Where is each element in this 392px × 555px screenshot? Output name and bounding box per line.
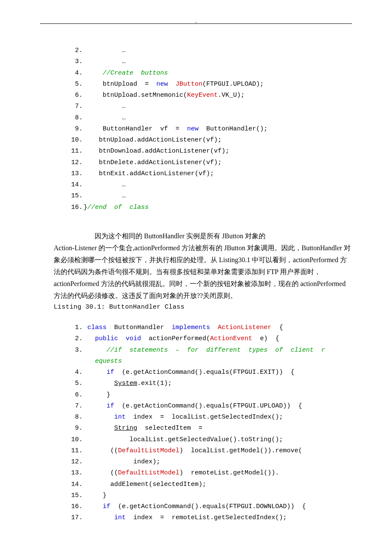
line-content: …: [84, 191, 126, 202]
line-number: 6.: [68, 390, 84, 401]
para-line-2: Action-Listener 的一个集合,actionPerformed 方法…: [54, 242, 352, 302]
line-content: ((DefaultListModel) remoteList.getModel(…: [84, 468, 279, 479]
code-line: 8. int index = localList.getSelectedInde…: [68, 412, 352, 423]
line-number: 7.: [68, 401, 84, 412]
line-content: public void actionPerformed(ActionEvent …: [84, 333, 279, 344]
line-content: //Create buttons: [84, 68, 168, 79]
code-line: 6. }: [68, 390, 352, 401]
line-number: 5.: [68, 378, 84, 389]
code-line: 5. btnUpload = new JButton(FTPGUI.UPLOAD…: [68, 79, 352, 90]
line-number: 3.: [68, 345, 84, 356]
line-number: 11.: [68, 146, 84, 157]
code-line: 9. ButtonHandler vf = new ButtonHandler(…: [68, 124, 352, 135]
line-number: 8.: [68, 412, 84, 423]
line-number: [68, 356, 84, 367]
line-content: addElement(selectedItem);: [84, 479, 206, 490]
line-number: 11.: [68, 445, 84, 457]
line-number: 5.: [68, 79, 84, 90]
code-line: 11. btnDownload.addActionListener(vf);: [68, 146, 352, 157]
line-content: …: [84, 179, 126, 191]
line-content: }//end of class: [84, 202, 149, 213]
code-line: 16.}//end of class: [68, 202, 352, 213]
line-number: 10.: [68, 434, 84, 445]
code-line: 12. index);: [68, 457, 352, 468]
line-content: }: [84, 390, 110, 401]
code-line: 16. if (e.getActionCommand().equals(FTPG…: [68, 501, 352, 512]
code-line: 4. if (e.getActionCommand().equals(FTPGU…: [68, 367, 352, 378]
code-line: 3. //if statements – for different types…: [68, 345, 352, 356]
code-line: 15. …: [68, 191, 352, 202]
code-line: 5. System.exit(1);: [68, 378, 352, 389]
line-number: 2.: [68, 45, 84, 56]
line-content: btnUpload = new JButton(FTPGUI.UPLOAD);: [84, 79, 264, 90]
code-line: 6. btnUpload.setMnemonic(KeyEvent.VK_U);: [68, 90, 352, 101]
line-content: ButtonHandler vf = new ButtonHandler();: [84, 124, 268, 135]
line-number: 4.: [68, 367, 84, 378]
line-content: System.exit(1);: [84, 378, 172, 389]
line-number: 4.: [68, 68, 84, 79]
line-content: String selectedItem =: [84, 423, 202, 434]
line-content: int index = remoteList.getSelectedIndex(…: [84, 512, 287, 523]
code-line: 13. btnExit.addActionListener(vf);: [68, 168, 352, 179]
code-line: 1. class ButtonHandler implements Action…: [68, 322, 352, 333]
line-number: 12.: [68, 157, 84, 168]
body-paragraph: 因为这个相同的 ButtonHandler 实例是所有 JButton 对象的 …: [54, 230, 352, 313]
line-number: 7.: [68, 101, 84, 112]
line-content: …: [84, 56, 126, 67]
line-number: 14.: [68, 179, 84, 191]
code-block-1: 2. …3. …4. //Create buttons5. btnUpload …: [0, 45, 392, 213]
code-line: 2. public void actionPerformed(ActionEve…: [68, 333, 352, 344]
code-line: 13. ((DefaultListModel) remoteList.getMo…: [68, 468, 352, 479]
line-content: if (e.getActionCommand().equals(FTPGUI.U…: [84, 401, 302, 412]
line-number: 17.: [68, 512, 84, 523]
code-line: 10. localList.getSelectedValue().toStrin…: [68, 434, 352, 445]
line-content: …: [84, 45, 126, 56]
code-line: 3. …: [68, 56, 352, 67]
line-content: …: [84, 113, 126, 124]
line-number: 15.: [68, 191, 84, 202]
line-number: 16.: [68, 202, 84, 213]
line-number: 2.: [68, 333, 84, 344]
code-line: 8. …: [68, 113, 352, 124]
line-number: 14.: [68, 479, 84, 490]
code-line: 14. …: [68, 179, 352, 191]
line-content: localList.getSelectedValue().toString();: [84, 434, 283, 445]
line-content: btnDelete.addActionListener(vf);: [84, 157, 222, 168]
page: 2. …3. …4. //Create buttons5. btnUpload …: [0, 0, 392, 555]
code-line: 4. //Create buttons: [68, 68, 352, 79]
listing-title: Listing 30.1: ButtonHandler Class: [54, 302, 352, 313]
line-content: }: [84, 490, 107, 501]
code-line: 12. btnDelete.addActionListener(vf);: [68, 157, 352, 168]
line-content: btnDownload.addActionListener(vf);: [84, 146, 229, 157]
line-number: 13.: [68, 168, 84, 179]
line-number: 12.: [68, 457, 84, 468]
code-line: 9. String selectedItem =: [68, 423, 352, 434]
line-number: 9.: [68, 423, 84, 434]
header-divider: [40, 23, 352, 30]
line-content: equests: [84, 356, 122, 367]
line-content: ((DefaultListModel) localList.getModel()…: [84, 445, 302, 457]
code-line: 14. addElement(selectedItem);: [68, 479, 352, 490]
line-number: 3.: [68, 56, 84, 67]
line-number: 13.: [68, 468, 84, 479]
para-line-1: 因为这个相同的 ButtonHandler 实例是所有 JButton 对象的: [54, 230, 352, 242]
line-content: btnUpload.setMnemonic(KeyEvent.VK_U);: [84, 90, 245, 101]
line-content: …: [84, 101, 126, 112]
line-content: btnExit.addActionListener(vf);: [84, 168, 214, 179]
line-content: //if statements – for different types of…: [84, 345, 325, 356]
line-number: 15.: [68, 490, 84, 501]
line-content: index);: [84, 457, 160, 468]
line-content: btnUpload.addActionListener(vf);: [84, 135, 222, 146]
line-number: 6.: [68, 90, 84, 101]
line-number: 9.: [68, 124, 84, 135]
code-line: 11. ((DefaultListModel) localList.getMod…: [68, 445, 352, 457]
line-number: 16.: [68, 501, 84, 512]
code-block-2: 1. class ButtonHandler implements Action…: [0, 322, 392, 524]
code-line: 17. int index = remoteList.getSelectedIn…: [68, 512, 352, 523]
code-line: equests: [68, 356, 352, 367]
code-line: 7. …: [68, 101, 352, 112]
line-content: class ButtonHandler implements ActionLis…: [84, 322, 283, 333]
code-line: 10. btnUpload.addActionListener(vf);: [68, 135, 352, 146]
code-line: 7. if (e.getActionCommand().equals(FTPGU…: [68, 401, 352, 412]
line-number: 1.: [68, 322, 84, 333]
